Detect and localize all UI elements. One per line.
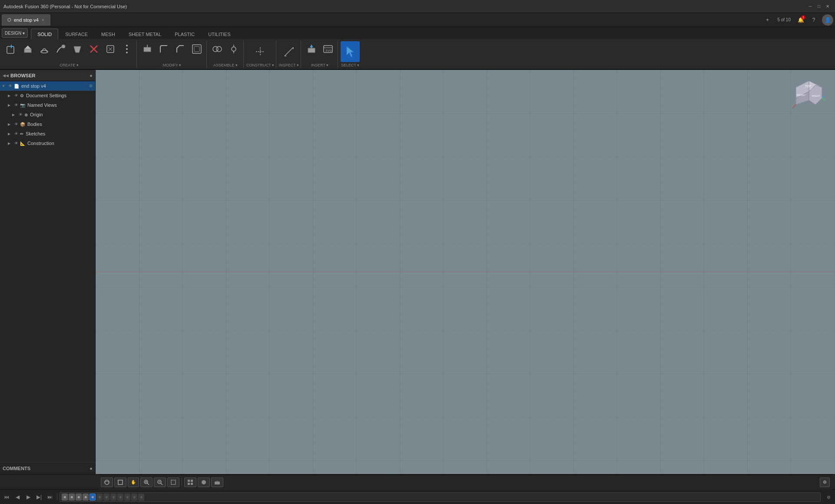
browser-pin-button[interactable]: ●: [89, 73, 93, 78]
user-avatar[interactable]: 👤: [822, 14, 833, 26]
viewport[interactable]: TOP RIGHT FRONT: [96, 70, 835, 474]
tab-plastic[interactable]: PLASTIC: [168, 29, 201, 39]
shell-button[interactable]: [189, 41, 205, 57]
visibility-eye-icon[interactable]: 👁: [7, 84, 13, 88]
document-tab[interactable]: ⬡ end stop v4 ✕: [2, 14, 50, 26]
joint-button[interactable]: [209, 41, 225, 57]
construction-eye-icon[interactable]: 👁: [13, 141, 19, 145]
add-tab-button[interactable]: +: [762, 15, 772, 25]
svg-marker-4: [24, 46, 31, 49]
svg-rect-14: [144, 47, 151, 52]
close-button[interactable]: ✕: [824, 3, 832, 10]
tl-marker-7[interactable]: ▣: [103, 494, 109, 501]
extrude-button[interactable]: [20, 41, 36, 57]
construct-main-button[interactable]: [251, 41, 270, 62]
help-button[interactable]: ?: [809, 15, 818, 25]
insert-buttons: SVG: [304, 41, 336, 57]
tl-marker-2[interactable]: ▣: [69, 494, 75, 501]
bodies-eye-icon[interactable]: 👁: [13, 122, 19, 126]
tree-label-doc-settings: Document Settings: [26, 93, 66, 98]
notifications-button[interactable]: 🔔 1: [796, 15, 805, 25]
tl-marker-8[interactable]: ▣: [110, 494, 116, 501]
tree-item-construction[interactable]: ▶ 👁 📐 Construction: [0, 138, 95, 148]
design-dropdown[interactable]: DESIGN ▾: [2, 28, 28, 38]
sweep-button[interactable]: [53, 41, 69, 57]
measure-button[interactable]: [279, 41, 298, 62]
sketches-eye-icon[interactable]: 👁: [13, 132, 19, 136]
insert-mesh-button[interactable]: [304, 41, 319, 57]
new-component-button[interactable]: [3, 41, 19, 57]
app-title: Autodesk Fusion 360 (Personal - Not for …: [3, 4, 127, 9]
origin-eye-icon[interactable]: 👁: [18, 112, 23, 117]
revolve-button[interactable]: [36, 41, 52, 57]
tl-marker-4[interactable]: ▣: [83, 494, 89, 501]
tab-mesh[interactable]: MESH: [95, 29, 122, 39]
inspect-buttons: [279, 41, 298, 62]
tree-item-root[interactable]: ▼ 👁 📄 end stop v4 ⚙: [0, 81, 95, 91]
tree-item-named-views[interactable]: ▶ 👁 📷 Named Views: [0, 100, 95, 110]
timeline-play-button[interactable]: ▶: [23, 492, 33, 502]
grid-settings-button[interactable]: ⚙: [820, 478, 830, 487]
select-button[interactable]: [341, 41, 360, 62]
window-controls: ─ □ ✕: [806, 3, 832, 10]
environment-button[interactable]: [211, 478, 223, 487]
remove-button[interactable]: [86, 41, 102, 57]
main-area: ◀◀ BROWSER ● ▼ 👁 📄 end stop v4 ⚙ ▶ 👁 ⚙ D…: [0, 70, 835, 474]
tl-marker-1[interactable]: ▣: [62, 494, 68, 501]
tl-marker-3[interactable]: ▣: [76, 494, 82, 501]
look-at-button[interactable]: [114, 478, 126, 487]
views-eye-icon[interactable]: 👁: [13, 103, 19, 107]
tl-marker-12[interactable]: ▣: [138, 494, 144, 501]
viewcube[interactable]: TOP RIGHT FRONT: [792, 79, 826, 113]
timeline-next-button[interactable]: ▶|: [34, 492, 44, 502]
view-display-button[interactable]: [184, 478, 196, 487]
press-pull-button[interactable]: [139, 41, 155, 57]
zoom-in-button[interactable]: [140, 478, 152, 487]
more-create-button[interactable]: [119, 41, 135, 57]
boundary-fill-button[interactable]: [103, 41, 118, 57]
fillet-button[interactable]: [156, 41, 172, 57]
render-style-button[interactable]: [198, 478, 210, 487]
timeline-track[interactable]: ▣ ▣ ▣ ▣ ▣ ▣ ▣ ▣ ▣ ▣ ▣ ▣: [60, 492, 821, 502]
tl-marker-6[interactable]: ▣: [96, 494, 103, 501]
tl-marker-10[interactable]: ▣: [124, 494, 130, 501]
minimize-button[interactable]: ─: [806, 3, 814, 10]
maximize-button[interactable]: □: [815, 3, 823, 10]
tree-item-bodies[interactable]: ▶ 👁 📦 Bodies: [0, 119, 95, 129]
construction-icon: 📐: [20, 141, 25, 146]
tab-surface[interactable]: SURFACE: [59, 29, 94, 39]
tree-arrow-sketches: ▶: [8, 132, 12, 136]
svg-line-59: [147, 483, 149, 485]
timeline-prev-button[interactable]: ◀: [13, 492, 22, 502]
tree-item-origin[interactable]: ▶ 👁 ⊕ Origin: [0, 110, 95, 119]
loft-button[interactable]: [70, 41, 85, 57]
tree-item-document-settings[interactable]: ▶ 👁 ⚙ Document Settings: [0, 91, 95, 100]
comments-toggle[interactable]: ●: [89, 466, 93, 471]
tree-arrow: ▼: [2, 84, 6, 88]
svg-rect-71: [215, 482, 220, 484]
tree-item-sketches[interactable]: ▶ 👁 ✏ Sketches: [0, 129, 95, 138]
orbit-button[interactable]: [101, 478, 113, 487]
timeline-first-button[interactable]: ⏮: [2, 492, 11, 502]
pan-button[interactable]: ✋: [128, 478, 139, 487]
tab-close-button[interactable]: ✕: [41, 18, 45, 22]
tab-sheet-metal[interactable]: SHEET METAL: [122, 29, 168, 39]
doc-eye-icon[interactable]: 👁: [13, 93, 19, 98]
title-bar: Autodesk Fusion 360 (Personal - Not for …: [0, 0, 835, 13]
insert-svg-button[interactable]: SVG: [320, 41, 336, 57]
chamfer-button[interactable]: [172, 41, 188, 57]
tl-marker-11[interactable]: ▣: [131, 494, 137, 501]
tab-utilities[interactable]: UTILITIES: [202, 29, 237, 39]
timeline-last-button[interactable]: ⏭: [45, 492, 55, 502]
fit-button[interactable]: [167, 478, 179, 487]
tree-settings-icon[interactable]: ⚙: [89, 84, 93, 88]
tree-arrow-views: ▶: [8, 103, 12, 107]
timeline-settings-button[interactable]: ⚙: [824, 492, 833, 502]
joint-origin-button[interactable]: [226, 41, 242, 57]
tl-marker-9[interactable]: ▣: [117, 494, 123, 501]
browser-collapse-arrow[interactable]: ◀◀: [3, 73, 9, 78]
zoom-out-button[interactable]: [154, 478, 166, 487]
tl-marker-5[interactable]: ▣: [89, 494, 96, 501]
tab-solid[interactable]: SOLID: [31, 29, 58, 39]
origin-icon: ⊕: [24, 112, 28, 117]
